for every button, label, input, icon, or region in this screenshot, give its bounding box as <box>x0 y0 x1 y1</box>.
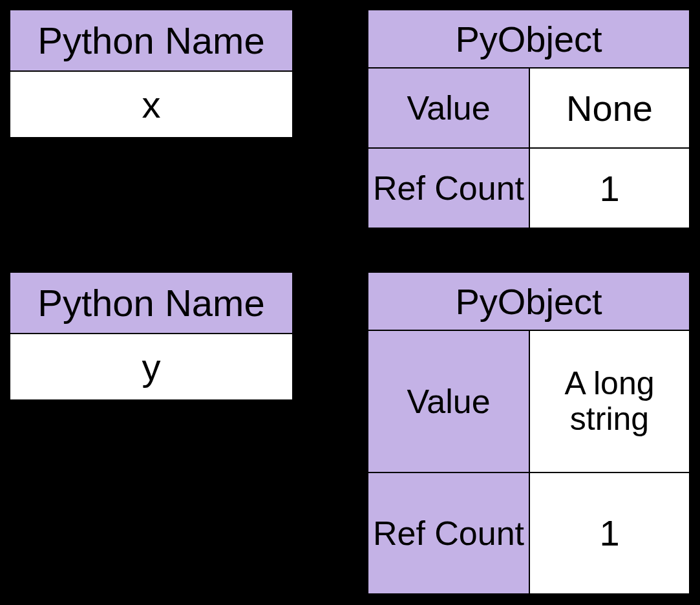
pyobject-value-row: Value A long string <box>368 331 689 473</box>
pyobject-refcount-value: 1 <box>530 473 689 593</box>
pyobject-header-text: PyObject <box>455 281 602 323</box>
pyobject-value-value: None <box>530 69 689 147</box>
pyobject-refcount-value: 1 <box>530 149 689 228</box>
python-name-value-text: x <box>142 83 161 126</box>
python-name-header: Python Name <box>10 273 292 334</box>
pyobject-value-row: Value None <box>368 69 689 149</box>
pyobject-value-label: Value <box>368 69 530 147</box>
python-name-value-text: y <box>142 345 161 388</box>
pyobject-value-label-text: Value <box>407 90 490 126</box>
pyobject-value-value-text: A long string <box>564 366 654 437</box>
python-name-box-y: Python Name y <box>9 271 293 401</box>
pyobject-refcount-label: Ref Count <box>368 473 530 593</box>
pyobject-refcount-label: Ref Count <box>368 149 530 228</box>
pyobject-refcount-value-text: 1 <box>599 513 619 553</box>
pyobject-value-label: Value <box>368 331 530 472</box>
pyobject-box-2: PyObject Value A long string Ref Count 1 <box>367 271 690 595</box>
pyobject-box-1: PyObject Value None Ref Count 1 <box>367 9 690 229</box>
python-name-header-text: Python Name <box>37 281 264 324</box>
python-name-header-text: Python Name <box>37 19 264 62</box>
pyobject-header-text: PyObject <box>455 18 602 60</box>
python-name-box-x: Python Name x <box>9 9 293 138</box>
pyobject-value-value: A long string <box>530 331 689 472</box>
pyobject-refcount-label-text: Ref Count <box>373 171 524 206</box>
python-name-header: Python Name <box>10 10 292 72</box>
pyobject-refcount-row: Ref Count 1 <box>368 473 689 593</box>
pyobject-refcount-row: Ref Count 1 <box>368 149 689 228</box>
pyobject-value-value-text: None <box>566 87 653 129</box>
pyobject-refcount-value-text: 1 <box>599 167 619 209</box>
pyobject-refcount-label-text: Ref Count <box>373 516 524 551</box>
pyobject-value-label-text: Value <box>407 384 490 419</box>
pyobject-header: PyObject <box>368 273 689 331</box>
pyobject-header: PyObject <box>368 10 689 69</box>
python-name-value: x <box>10 72 292 137</box>
python-name-value: y <box>10 334 292 399</box>
